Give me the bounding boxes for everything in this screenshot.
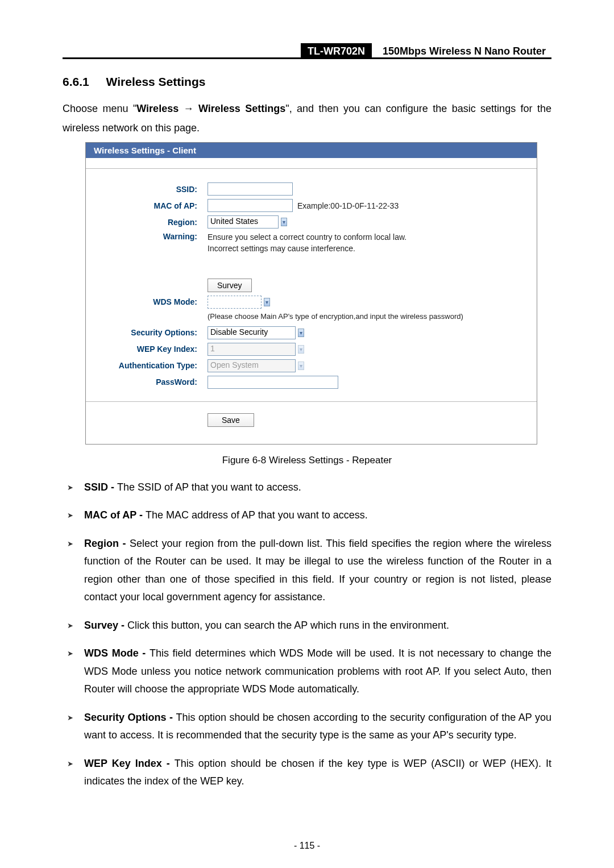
page-number: - 115 - [0,841,614,851]
mac-example: Example:00-1D-0F-11-22-33 [293,201,399,210]
security-value: Disable Security [210,327,268,337]
bullet-text: The SSID of AP that you want to access. [117,481,301,493]
chevron-down-icon[interactable]: ▾ [281,218,287,226]
row-security: Security Options: Disable Security ▾ [86,326,537,339]
section-intro: Choose menu "Wireless → Wireless Setting… [63,99,551,138]
bullet-term: Region - [84,538,130,549]
auth-value: Open System [210,360,259,369]
password-input[interactable] [208,376,338,389]
bullet-term: MAC of AP - [84,509,146,521]
page-header: TL-WR702N 150Mbps Wireless N Nano Router [63,45,551,59]
wepkey-select[interactable]: 1 [208,343,296,356]
wds-select[interactable] [208,296,262,309]
intro-menu2: Wireless Settings [198,103,285,114]
bullet-text: This field determines which WDS Mode wil… [84,647,551,695]
wepkey-value: 1 [210,344,215,353]
list-item: ➤ MAC of AP - The MAC address of AP that… [67,506,551,525]
security-select[interactable]: Disable Security [208,326,296,339]
list-item: ➤ WEP Key Index - This option should be … [67,755,551,791]
arrow-icon: → [179,103,198,114]
arrow-bullet-icon: ➤ [67,617,84,635]
label-password: PassWord: [86,377,208,387]
label-region: Region: [86,218,208,227]
figure-caption: Figure 6-8 Wireless Settings - Repeater [63,455,551,466]
survey-button[interactable]: Survey [208,279,252,292]
chevron-down-icon: ▾ [298,345,304,354]
label-wds: WDS Mode: [86,297,208,306]
label-auth: Authentication Type: [86,361,208,370]
bullet-text: The MAC address of AP that you want to a… [146,509,368,521]
bullet-text: Click this button, you can search the AP… [127,620,449,631]
intro-menu1: Wireless [136,103,179,114]
divider [86,401,537,402]
list-item: ➤ Survey - Click this button, you can se… [67,617,551,635]
panel-body: SSID: MAC of AP: Example:00-1D-0F-11-22-… [86,158,537,443]
label-security: Security Options: [86,328,208,337]
label-warning: Warning: [86,232,208,241]
settings-screenshot: Wireless Settings - Client SSID: MAC of … [85,142,537,444]
arrow-bullet-icon: ➤ [67,506,84,525]
device-model: TL-WR702N [301,43,372,59]
section-title: Wireless Settings [106,75,206,88]
row-warning: Warning: Ensure you select a correct cou… [86,232,537,254]
arrow-bullet-icon: ➤ [67,645,84,699]
row-auth: Authentication Type: Open System ▾ [86,359,537,372]
list-item: ➤ WDS Mode - This field determines which… [67,645,551,699]
warning-line1: Ensure you select a correct country to c… [208,232,406,242]
bullet-term: Security Options - [84,712,176,723]
section-number: 6.6.1 [63,75,89,88]
row-password: PassWord: [86,376,537,389]
list-item: ➤ SSID - The SSID of AP that you want to… [67,479,551,497]
row-region: Region: United States ▾ [86,215,537,229]
save-button[interactable]: Save [208,413,254,427]
list-item: ➤ Security Options - This option should … [67,709,551,745]
warning-text: Ensure you select a correct country to c… [208,232,406,254]
row-wds: WDS Mode: ▾ [86,296,537,309]
mac-input[interactable] [208,199,293,212]
label-wepkey: WEP Key Index: [86,344,208,354]
arrow-bullet-icon: ➤ [67,755,84,791]
row-ssid: SSID: [86,182,537,196]
panel-title: Wireless Settings - Client [86,143,537,158]
section-heading: 6.6.1 Wireless Settings [63,75,551,89]
row-save: Save [208,413,537,427]
arrow-bullet-icon: ➤ [67,709,84,745]
label-ssid: SSID: [86,185,208,194]
bullet-term: WDS Mode - [84,647,150,659]
bullet-text: Select your region from the pull-down li… [84,538,551,603]
device-desc: 150Mbps Wireless N Nano Router [375,43,551,59]
region-select[interactable]: United States [208,215,279,229]
row-mac: MAC of AP: Example:00-1D-0F-11-22-33 [86,199,537,212]
header-band: TL-WR702N 150Mbps Wireless N Nano Router [301,45,551,57]
wds-hint: (Please choose Main AP's type of encrypt… [208,312,537,321]
label-mac: MAC of AP: [86,201,208,210]
bullet-term: WEP Key Index - [84,758,175,769]
bullet-term: SSID - [84,481,117,493]
chevron-down-icon[interactable]: ▾ [264,298,270,306]
arrow-bullet-icon: ➤ [67,479,84,497]
bullet-list: ➤ SSID - The SSID of AP that you want to… [63,479,551,791]
auth-select[interactable]: Open System [208,359,296,372]
row-survey: Survey [86,279,537,292]
divider [86,168,537,169]
list-item: ➤ Region - Select your region from the p… [67,535,551,607]
row-wepkey: WEP Key Index: 1 ▾ [86,343,537,356]
warning-line2: Incorrect settings may cause interferenc… [208,244,355,253]
arrow-bullet-icon: ➤ [67,535,84,607]
chevron-down-icon[interactable]: ▾ [298,329,304,337]
bullet-term: Survey - [84,620,127,631]
ssid-input[interactable] [208,182,293,196]
intro-prefix: Choose menu " [63,103,136,114]
region-value: United States [210,217,258,226]
chevron-down-icon: ▾ [298,362,304,370]
